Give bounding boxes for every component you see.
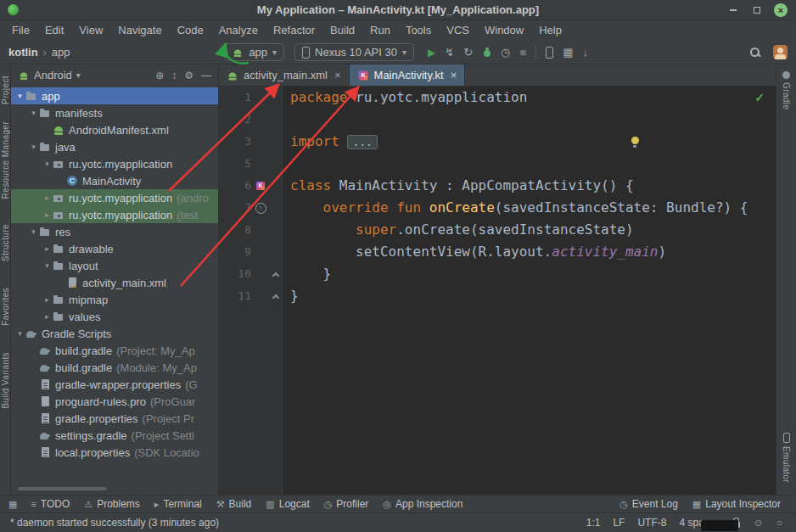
toolwindow-stripe-emulator[interactable]: Emulator bbox=[782, 433, 791, 483]
toolwindow-button-todo[interactable]: ≡TODO bbox=[31, 498, 70, 510]
toolwindow-button-profiler[interactable]: ◷Profiler bbox=[324, 498, 369, 510]
tree-item-manifests[interactable]: ▾manifests bbox=[11, 104, 218, 121]
tree-item-app[interactable]: ▾app bbox=[11, 87, 218, 104]
status-message[interactable]: * daemon started successfully (3 minutes… bbox=[10, 517, 219, 529]
tree-item-mainactivity[interactable]: MainActivity bbox=[11, 172, 218, 189]
toolwindow-button-layout-inspector[interactable]: ▦Layout Inspector bbox=[692, 498, 781, 510]
feedback-smiley-icon[interactable]: ☺ bbox=[753, 517, 763, 529]
device-manager-icon[interactable] bbox=[546, 47, 553, 59]
menu-item-refactor[interactable]: Refactor bbox=[266, 20, 322, 41]
line-number[interactable]: 1 bbox=[219, 87, 251, 109]
chevron-down-icon[interactable]: ▾ bbox=[28, 143, 39, 151]
profile-avatar[interactable] bbox=[773, 45, 788, 59]
debug-button[interactable] bbox=[482, 48, 491, 58]
toolwindow-stripe-project[interactable]: Project bbox=[1, 76, 10, 104]
toolwindow-button-terminal[interactable]: ▸Terminal bbox=[154, 498, 202, 510]
menu-item-tools[interactable]: Tools bbox=[398, 20, 439, 41]
notifications-icon[interactable]: ○ bbox=[776, 517, 782, 529]
chevron-right-icon[interactable]: ▸ bbox=[42, 312, 53, 321]
editor[interactable]: 1package ru.yotc.myapplication23import .… bbox=[219, 87, 776, 495]
stop-button[interactable]: ■ bbox=[519, 47, 526, 58]
tree-item-androidmanifest-xml[interactable]: AndroidManifest.xml bbox=[11, 121, 218, 138]
tree-item-build-gradle-module-my-ap[interactable]: build.gradle(Module: My_Ap bbox=[11, 359, 218, 376]
toolwindow-button-problems[interactable]: ⚠Problems bbox=[84, 498, 140, 510]
menu-item-navigate[interactable]: Navigate bbox=[110, 20, 169, 41]
inspections-status-icon[interactable]: ✓ bbox=[754, 91, 765, 104]
tree-item-ru-yotc-myapplication-andro[interactable]: ▸ru.yotc.myapplication(andro bbox=[11, 189, 218, 206]
toolwindow-quick-access-icon[interactable]: ▦ bbox=[8, 499, 17, 510]
avd-manager-icon[interactable]: ▦ bbox=[563, 47, 573, 58]
chevron-down-icon[interactable]: ▾ bbox=[14, 329, 25, 338]
tree-item-proguard-rules-pro-proguar[interactable]: proguard-rules.pro(ProGuar bbox=[11, 393, 218, 410]
apply-changes-icon[interactable]: ↯ bbox=[445, 47, 454, 58]
line-number[interactable]: 5 bbox=[219, 153, 251, 175]
line-number[interactable]: 8 bbox=[219, 219, 251, 241]
tree-item-build-gradle-project-my-ap[interactable]: build.gradle(Project: My_Ap bbox=[11, 342, 218, 359]
toolwindow-button-logcat[interactable]: ▥Logcat bbox=[266, 498, 309, 510]
project-view-selector[interactable]: Android bbox=[34, 69, 72, 81]
chevron-right-icon[interactable]: ▸ bbox=[42, 295, 53, 304]
override-marker-icon[interactable]: ↑ bbox=[255, 203, 266, 214]
locate-file-icon[interactable]: ⊕ bbox=[155, 70, 164, 81]
line-number[interactable]: 6 bbox=[219, 175, 251, 197]
menu-item-view[interactable]: View bbox=[71, 20, 110, 41]
menu-item-analyze[interactable]: Analyze bbox=[211, 20, 266, 41]
menu-item-window[interactable]: Window bbox=[477, 20, 531, 41]
menu-item-run[interactable]: Run bbox=[362, 20, 398, 41]
toolwindow-stripe-build-variants[interactable]: Build Variants bbox=[1, 352, 10, 409]
chevron-down-icon[interactable]: ▾ bbox=[28, 109, 39, 117]
tree-item-local-properties-sdk-locatio[interactable]: local.properties(SDK Locatio bbox=[11, 444, 218, 461]
toolwindow-stripe-structure[interactable]: Structure bbox=[1, 224, 10, 261]
tree-item-values[interactable]: ▸values bbox=[11, 308, 218, 325]
line-number[interactable]: 9 bbox=[219, 241, 251, 263]
search-everywhere-icon[interactable] bbox=[749, 47, 761, 59]
profiler-button[interactable]: ◷ bbox=[501, 47, 510, 58]
tree-item-res[interactable]: ▾res bbox=[11, 223, 218, 240]
line-number[interactable]: 7 bbox=[219, 197, 251, 219]
tab-close-icon[interactable]: × bbox=[451, 69, 457, 81]
chevron-down-icon[interactable]: ▾ bbox=[42, 160, 53, 168]
tree-item-java[interactable]: ▾java bbox=[11, 138, 218, 155]
chevron-right-icon[interactable]: ▸ bbox=[42, 193, 53, 202]
toolwindow-stripe-favorites[interactable]: Favorites bbox=[1, 288, 10, 326]
tree-item-drawable[interactable]: ▸drawable bbox=[11, 240, 218, 257]
sdk-manager-icon[interactable]: ↓ bbox=[583, 47, 589, 58]
settings-gear-icon[interactable]: ⚙ bbox=[184, 70, 193, 81]
chevron-right-icon[interactable]: ▸ bbox=[42, 244, 53, 253]
chevron-down-icon[interactable]: ▾ bbox=[42, 261, 53, 270]
menu-item-vcs[interactable]: VCS bbox=[439, 20, 477, 41]
folded-region[interactable]: ... bbox=[347, 135, 377, 149]
device-selector[interactable]: Nexus 10 API 30 ▾ bbox=[294, 43, 414, 61]
editor-tab-mainactivity-kt[interactable]: MainActivity.kt× bbox=[350, 64, 466, 86]
editor-tab-activity-main-xml[interactable]: activity_main.xml× bbox=[219, 64, 350, 86]
line-number[interactable]: 10 bbox=[219, 263, 251, 285]
tree-item-gradle-wrapper-properties-g[interactable]: gradle-wrapper.properties(G bbox=[11, 376, 218, 393]
close-button[interactable]: × bbox=[774, 3, 788, 17]
tree-item-gradle-properties-project-pr[interactable]: gradle.properties(Project Pr bbox=[11, 410, 218, 427]
line-number[interactable]: 2 bbox=[219, 109, 251, 131]
run-config-selector[interactable]: app ▾ bbox=[224, 43, 284, 61]
toolwindow-button-event-log[interactable]: ◷Event Log bbox=[619, 498, 678, 510]
toolwindow-stripe-gradle[interactable]: Gradle bbox=[782, 71, 791, 109]
tree-item-mipmap[interactable]: ▸mipmap bbox=[11, 291, 218, 308]
toolwindow-button-build[interactable]: ⚒Build bbox=[216, 498, 252, 510]
minimize-button[interactable] bbox=[726, 3, 740, 17]
chevron-down-icon[interactable]: ▾ bbox=[14, 92, 25, 100]
collapse-all-icon[interactable]: ↕ bbox=[171, 70, 177, 81]
hide-panel-icon[interactable]: — bbox=[201, 70, 211, 81]
line-number[interactable]: 11 bbox=[219, 285, 251, 307]
toolwindow-button-app-inspection[interactable]: ◎App Inspection bbox=[383, 498, 462, 510]
tree-item-layout[interactable]: ▾layout bbox=[11, 257, 218, 274]
horizontal-scrollbar[interactable] bbox=[16, 487, 213, 490]
tree-item-activity-main-xml[interactable]: activity_main.xml bbox=[11, 274, 218, 291]
line-number[interactable]: 3 bbox=[219, 131, 251, 153]
menu-item-build[interactable]: Build bbox=[322, 20, 362, 41]
kotlin-class-gutter-icon[interactable] bbox=[255, 181, 266, 191]
menu-item-help[interactable]: Help bbox=[531, 20, 569, 41]
chevron-right-icon[interactable]: ▸ bbox=[42, 210, 53, 219]
breadcrumb-root[interactable]: kotlin bbox=[8, 46, 38, 59]
toolwindow-stripe-resource-manager[interactable]: Resource Manager bbox=[1, 121, 10, 199]
file-encoding[interactable]: UTF-8 bbox=[637, 517, 666, 529]
maximize-button[interactable] bbox=[750, 3, 764, 17]
menu-item-file[interactable]: File bbox=[4, 20, 37, 41]
